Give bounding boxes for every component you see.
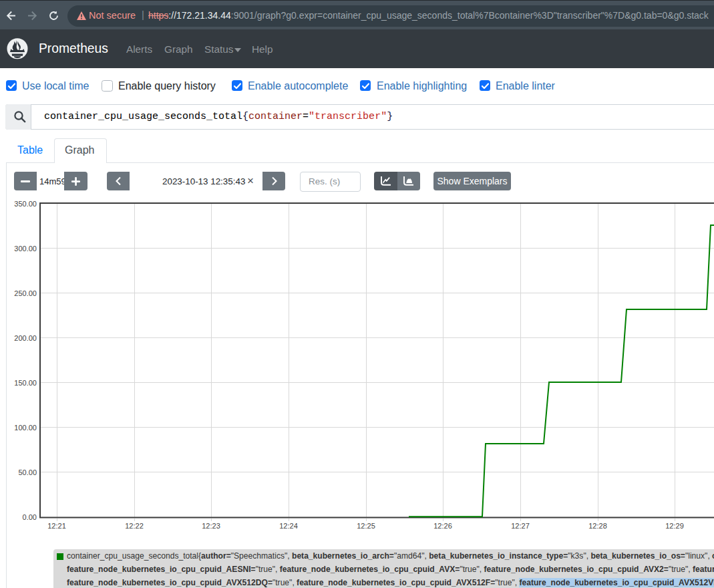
svg-text:12:24: 12:24 [279,522,298,530]
svg-text:100.00: 100.00 [14,424,37,432]
svg-text:250.00: 250.00 [14,289,37,297]
svg-text:12:23: 12:23 [202,522,220,530]
svg-text:0.00: 0.00 [23,513,37,521]
svg-text:300.00: 300.00 [14,245,37,253]
svg-text:12:26: 12:26 [433,522,452,530]
svg-text:200.00: 200.00 [14,334,37,342]
svg-text:12:28: 12:28 [588,522,607,530]
svg-text:350.00: 350.00 [14,200,37,208]
svg-text:12:29: 12:29 [665,522,684,530]
svg-text:12:21: 12:21 [47,522,66,530]
svg-text:12:27: 12:27 [511,522,530,530]
svg-text:12:25: 12:25 [357,522,375,530]
svg-text:50.00: 50.00 [18,468,37,476]
svg-text:12:22: 12:22 [125,522,144,530]
svg-text:150.00: 150.00 [14,379,37,387]
